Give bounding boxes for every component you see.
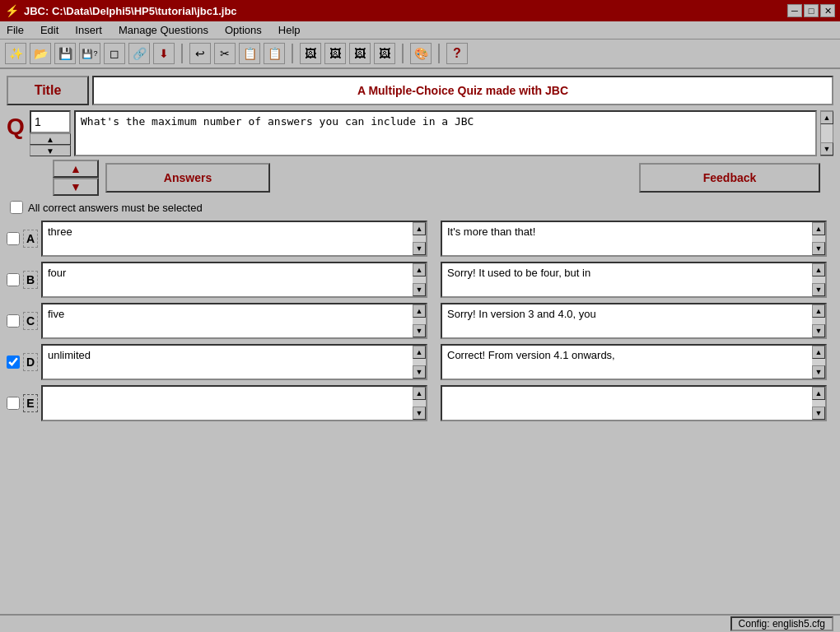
- quiz-title-input[interactable]: [92, 76, 833, 105]
- question-text[interactable]: What's the maximum number of answers you…: [74, 110, 817, 156]
- toolbar-img2[interactable]: 🖼: [324, 43, 346, 64]
- answer-a-checkbox[interactable]: [7, 232, 20, 245]
- move-down-button[interactable]: ▼: [53, 178, 99, 196]
- answer-d-letter: D: [23, 353, 38, 371]
- toolbar-img1[interactable]: 🖼: [300, 43, 321, 64]
- feedback-d-scroll-down[interactable]: ▼: [812, 365, 825, 379]
- window-title: JBC: C:\Data\Delphi5\HP5\tutorial\jbc1.j…: [24, 5, 237, 17]
- q-scroll-up[interactable]: ▲: [820, 111, 833, 124]
- menu-insert[interactable]: Insert: [72, 24, 105, 36]
- answer-c-scroll-track: [413, 318, 426, 324]
- feedback-d-scroll-up[interactable]: ▲: [812, 346, 825, 359]
- answer-e-text[interactable]: [43, 387, 413, 420]
- main-content: Title Q ▲ ▼ What's the maximum number of…: [0, 69, 840, 433]
- answer-row-a: A three ▲ ▼ It's more than that! ▲ ▼: [7, 221, 833, 257]
- answer-d-checkbox[interactable]: [7, 356, 20, 369]
- q-scroll-down[interactable]: ▼: [820, 142, 833, 156]
- toolbar-clear[interactable]: ◻: [104, 43, 125, 64]
- toolbar-save[interactable]: 💾: [54, 43, 76, 64]
- feedback-c-text[interactable]: Sorry! In version 3 and 4.0, you: [442, 304, 812, 337]
- answer-d-scroll-down[interactable]: ▼: [413, 365, 426, 379]
- answer-c-text-wrap: five ▲ ▼: [41, 303, 427, 339]
- toolbar-paste[interactable]: 📋: [264, 43, 285, 64]
- answer-c-text[interactable]: five: [43, 304, 413, 337]
- feedback-c-scroll-up[interactable]: ▲: [812, 304, 825, 318]
- toolbar-help[interactable]: ?: [446, 43, 468, 64]
- feedback-tab-button[interactable]: Feedback: [639, 163, 820, 193]
- toolbar-web[interactable]: 🔗: [128, 43, 150, 64]
- feedback-e-text[interactable]: [442, 387, 812, 420]
- answer-c-scroll-down[interactable]: ▼: [413, 324, 426, 337]
- answer-b-scroll-up[interactable]: ▲: [413, 263, 426, 276]
- feedback-b-text-wrap: Sorry! It used to be four, but in ▲ ▼: [441, 262, 827, 298]
- feedback-e-text-wrap: ▲ ▼: [441, 385, 827, 421]
- answer-e-scroll-down[interactable]: ▼: [413, 407, 426, 420]
- toolbar-undo[interactable]: ↩: [189, 43, 211, 64]
- question-down-arrow[interactable]: ▼: [30, 145, 71, 156]
- question-number-input[interactable]: [30, 110, 71, 133]
- answer-c-letter: C: [23, 312, 38, 330]
- feedback-e-scrollbar: ▲ ▼: [812, 387, 825, 420]
- menu-help[interactable]: Help: [275, 24, 304, 36]
- answer-e-checkbox[interactable]: [7, 397, 20, 410]
- toolbar-save2[interactable]: 💾?: [79, 43, 100, 64]
- answer-d-text[interactable]: unlimited: [43, 346, 413, 379]
- answer-a-scroll-up[interactable]: ▲: [413, 222, 426, 235]
- question-scrollbar: ▲ ▼: [820, 110, 833, 156]
- menu-edit[interactable]: Edit: [37, 24, 62, 36]
- answer-d-scroll-up[interactable]: ▲: [413, 346, 426, 359]
- close-button[interactable]: ✕: [820, 4, 835, 17]
- feedback-d-scroll-track: [812, 359, 825, 365]
- minimize-button[interactable]: ─: [787, 4, 802, 17]
- toolbar-color[interactable]: 🎨: [410, 43, 432, 64]
- answer-e-scroll-track: [413, 400, 426, 407]
- feedback-a-scroll-up[interactable]: ▲: [812, 222, 825, 235]
- toolbar-img3[interactable]: 🖼: [349, 43, 371, 64]
- answer-c-checkbox[interactable]: [7, 314, 20, 328]
- answer-e-scroll-up[interactable]: ▲: [413, 387, 426, 400]
- answer-a-scroll-track: [413, 235, 426, 242]
- status-config: Config: english5.cfg: [730, 616, 833, 631]
- feedback-a-text[interactable]: It's more than that!: [442, 222, 812, 255]
- toolbar-new[interactable]: ✨: [5, 43, 26, 64]
- question-up-arrow[interactable]: ▲: [30, 133, 71, 145]
- answer-b-scroll-down[interactable]: ▼: [413, 283, 426, 296]
- feedback-a-text-wrap: It's more than that! ▲ ▼: [441, 221, 827, 257]
- answer-b-scrollbar: ▲ ▼: [413, 263, 426, 296]
- answer-d-scroll-track: [413, 359, 426, 365]
- toolbar-down[interactable]: ⬇: [153, 43, 175, 64]
- toolbar-img4[interactable]: 🖼: [374, 43, 395, 64]
- answer-e-scrollbar: ▲ ▼: [413, 387, 426, 420]
- toolbar-open[interactable]: 📂: [30, 43, 51, 64]
- menu-options[interactable]: Options: [222, 24, 265, 36]
- title-label-button[interactable]: Title: [7, 76, 89, 105]
- toolbar-cut[interactable]: ✂: [214, 43, 236, 64]
- answers-tab-button[interactable]: Answers: [105, 163, 270, 193]
- answer-a-text[interactable]: three: [43, 222, 413, 255]
- status-bar: Config: english5.cfg: [0, 614, 840, 632]
- answer-c-scroll-up[interactable]: ▲: [413, 304, 426, 318]
- feedback-c-text-wrap: Sorry! In version 3 and 4.0, you ▲ ▼: [441, 303, 827, 339]
- move-up-button[interactable]: ▲: [53, 160, 99, 178]
- answer-b-text-wrap: four ▲ ▼: [41, 262, 427, 298]
- all-correct-checkbox[interactable]: [10, 201, 23, 214]
- feedback-d-text[interactable]: Correct! From version 4.1 onwards,: [442, 346, 812, 379]
- feedback-a-scroll-down[interactable]: ▼: [812, 242, 825, 255]
- feedback-b-scroll-down[interactable]: ▼: [812, 283, 825, 296]
- answer-b-scroll-track: [413, 276, 426, 283]
- answer-a-scroll-down[interactable]: ▼: [413, 242, 426, 255]
- feedback-e-scroll-up[interactable]: ▲: [812, 387, 825, 400]
- answer-b-checkbox[interactable]: [7, 273, 20, 286]
- feedback-d-scrollbar: ▲ ▼: [812, 346, 825, 379]
- toolbar-copy[interactable]: 📋: [239, 43, 260, 64]
- feedback-b-text[interactable]: Sorry! It used to be four, but in: [442, 263, 812, 296]
- feedback-c-scroll-down[interactable]: ▼: [812, 324, 825, 337]
- menu-manage-questions[interactable]: Manage Questions: [115, 24, 212, 36]
- answer-a-scrollbar: ▲ ▼: [413, 222, 426, 255]
- menu-file[interactable]: File: [3, 24, 27, 36]
- restore-button[interactable]: □: [804, 4, 819, 17]
- answer-b-text[interactable]: four: [43, 263, 413, 296]
- title-bar-left: ⚡ JBC: C:\Data\Delphi5\HP5\tutorial\jbc1…: [5, 4, 237, 17]
- feedback-e-scroll-down[interactable]: ▼: [812, 407, 825, 420]
- feedback-b-scroll-up[interactable]: ▲: [812, 263, 825, 276]
